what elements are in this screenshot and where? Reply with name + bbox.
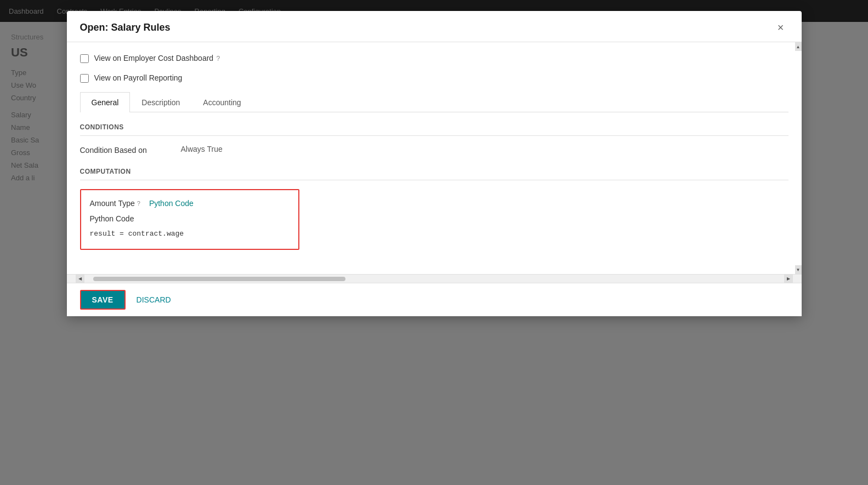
- condition-based-on-row: Condition Based on Always True: [80, 145, 788, 155]
- conditions-section: CONDITIONS Condition Based on Always Tru…: [80, 123, 788, 155]
- horizontal-scrollbar[interactable]: ◀ ▶: [67, 274, 802, 283]
- payroll-reporting-label: View on Payroll Reporting: [94, 73, 183, 84]
- amount-type-row: Amount Type ? Python Code: [90, 199, 290, 208]
- computation-section: COMPUTATION Amount Type ? Python Code Py…: [80, 168, 788, 250]
- save-button[interactable]: SAVE: [80, 290, 126, 310]
- employer-cost-label: View on Employer Cost Dashboard ?: [94, 53, 220, 64]
- conditions-section-title: CONDITIONS: [80, 123, 788, 136]
- salary-rules-modal: Open: Salary Rules × ▲ View on Employer …: [67, 11, 802, 316]
- modal-overlay: Open: Salary Rules × ▲ View on Employer …: [0, 0, 868, 485]
- python-code-label: Python Code: [90, 214, 290, 223]
- checkbox-employer-cost-row: View on Employer Cost Dashboard ?: [80, 53, 788, 64]
- python-code-value: result = contract.wage: [90, 227, 290, 240]
- modal-close-button[interactable]: ×: [773, 20, 788, 35]
- scroll-right-arrow[interactable]: ▶: [784, 275, 793, 283]
- modal-header: Open: Salary Rules ×: [67, 11, 802, 42]
- modal-title: Open: Salary Rules: [80, 22, 171, 33]
- scroll-arrow-down[interactable]: ▼: [795, 265, 802, 274]
- amount-type-question: ?: [137, 200, 140, 207]
- tab-general[interactable]: General: [80, 92, 131, 112]
- discard-button[interactable]: DISCARD: [134, 291, 173, 309]
- tab-accounting[interactable]: Accounting: [191, 92, 252, 112]
- amount-type-label: Amount Type ?: [90, 199, 140, 208]
- employer-cost-checkbox[interactable]: [80, 54, 89, 63]
- modal-body[interactable]: ▲ View on Employer Cost Dashboard ? View…: [67, 42, 802, 274]
- computation-box: Amount Type ? Python Code Python Code re…: [80, 189, 299, 250]
- tab-description[interactable]: Description: [130, 92, 191, 112]
- tabs: General Description Accounting: [80, 92, 788, 112]
- condition-based-on-value: Always True: [181, 145, 223, 153]
- checkbox-payroll-reporting-row: View on Payroll Reporting: [80, 73, 788, 84]
- modal-footer: SAVE DISCARD: [67, 283, 802, 316]
- computation-section-title: COMPUTATION: [80, 168, 788, 180]
- scroll-left-arrow[interactable]: ◀: [76, 275, 84, 283]
- scroll-arrow-up[interactable]: ▲: [795, 42, 802, 51]
- amount-type-value: Python Code: [149, 199, 194, 208]
- payroll-reporting-checkbox[interactable]: [80, 74, 89, 83]
- horizontal-scroll-thumb[interactable]: [93, 277, 345, 281]
- condition-based-on-label: Condition Based on: [80, 145, 168, 155]
